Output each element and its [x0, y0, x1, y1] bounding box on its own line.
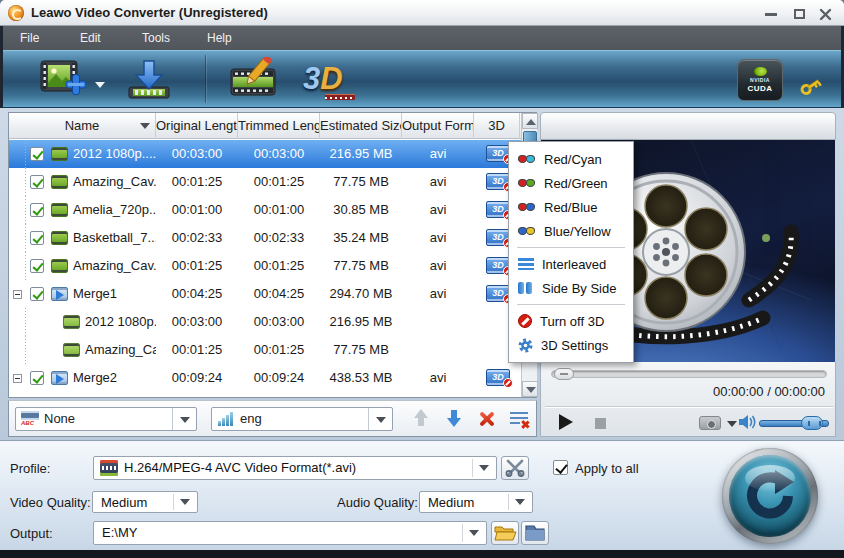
seek-handle[interactable]	[554, 368, 574, 380]
subtitle-select[interactable]: ABC None	[15, 407, 197, 431]
table-row[interactable]: Amazing_Cav... 00:01:25 00:01:25 77.75 M…	[9, 168, 521, 196]
edit-video-button[interactable]	[228, 57, 280, 107]
menu-tools[interactable]: Tools	[136, 26, 176, 50]
add-video-button[interactable]	[38, 57, 90, 107]
close-button[interactable]	[814, 6, 836, 22]
table-row[interactable]: Amazing_Cav... 00:01:25 00:01:25 77.75 M…	[9, 252, 521, 280]
play-button[interactable]	[559, 414, 573, 430]
menu-edit[interactable]: Edit	[74, 26, 107, 50]
maximize-button[interactable]	[788, 6, 810, 22]
file-name: 2012 1080p....	[73, 140, 156, 168]
glasses-red-cyan-icon	[518, 154, 536, 164]
volume-icon[interactable]	[738, 414, 756, 430]
scroll-up-button[interactable]	[522, 113, 538, 129]
audio-quality-select[interactable]: Medium	[419, 491, 533, 513]
3d-mode-icon[interactable]: 3D	[486, 257, 510, 274]
profile-label: Profile:	[10, 461, 50, 476]
table-row[interactable]: Amazing_Cav... 00:01:25 00:01:25 77.75 M…	[9, 336, 521, 364]
expand-toggle[interactable]	[13, 374, 22, 383]
menu-item-red-cyan[interactable]: Red/Cyan	[509, 147, 633, 171]
merge-clip-icon	[51, 371, 68, 385]
output-path-select[interactable]: E:\MY	[93, 521, 487, 545]
scroll-down-button[interactable]	[522, 381, 538, 397]
row-checkbox[interactable]	[30, 147, 44, 161]
video-quality-value: Medium	[101, 492, 147, 514]
3d-mode-icon[interactable]: 3D	[486, 369, 510, 386]
audio-quality-caret[interactable]	[508, 494, 530, 510]
audio-dropdown-caret[interactable]	[368, 408, 392, 430]
window-bottom-edge	[0, 550, 844, 558]
snapshot-dropdown-caret[interactable]	[727, 421, 737, 427]
row-checkbox[interactable]	[30, 203, 44, 217]
browse-folder-button[interactable]	[521, 521, 549, 545]
menu-item-side-by-side[interactable]: Side By Side	[509, 276, 633, 300]
toolbar: 3D NVIDIA CUDA	[0, 50, 844, 108]
table-row[interactable]: Merge2 00:09:24 00:09:24 438.53 MB avi 3…	[9, 364, 521, 392]
menu-item-blue-yellow[interactable]: Blue/Yellow	[509, 219, 633, 243]
minimize-button[interactable]	[760, 6, 782, 22]
row-checkbox[interactable]	[30, 231, 44, 245]
3d-movie-button[interactable]: 3D	[303, 60, 357, 100]
column-header-name[interactable]: Name	[9, 113, 156, 139]
open-output-folder-button[interactable]	[491, 521, 519, 545]
menu-item-3d-settings[interactable]: 3D Settings	[509, 333, 633, 357]
output-dropdown-caret[interactable]	[462, 524, 484, 542]
3d-mode-icon[interactable]: 3D	[486, 173, 510, 190]
table-row[interactable]: Amelia_720p... 00:01:00 00:01:00 30.85 M…	[9, 196, 521, 224]
scroll-down-icon	[526, 387, 536, 393]
playback-time: 00:00:00 / 00:00:00	[713, 384, 825, 399]
profile-select[interactable]: H.264/MPEG-4 AVC Video Format(*.avi)	[93, 456, 497, 480]
expand-toggle[interactable]	[13, 290, 22, 299]
output-settings-panel: Profile: H.264/MPEG-4 AVC Video Format(*…	[0, 440, 844, 550]
register-key-button[interactable]	[799, 75, 823, 101]
column-header-output-format[interactable]: Output Format	[402, 113, 474, 139]
video-quality-label: Video Quality:	[10, 495, 91, 510]
video-quality-caret[interactable]	[173, 494, 195, 510]
menu-item-red-blue[interactable]: Red/Blue	[509, 195, 633, 219]
table-row[interactable]: 2012 1080p.... 00:03:00 00:03:00 216.95 …	[9, 140, 521, 168]
volume-handle[interactable]	[801, 416, 823, 430]
move-up-button[interactable]	[409, 408, 433, 430]
table-row[interactable]: Basketball_7... 00:02:33 00:02:33 35.24 …	[9, 224, 521, 252]
column-header-trimmed-length[interactable]: Trimmed Length	[238, 113, 320, 139]
audio-track-icon	[218, 412, 234, 426]
column-header-estimated-size[interactable]: Estimated Size	[320, 113, 402, 139]
menu-item-red-green[interactable]: Red/Green	[509, 171, 633, 195]
table-row[interactable]: Merge1 00:04:25 00:04:25 294.70 MB avi 3…	[9, 280, 521, 308]
seek-bar[interactable]	[551, 370, 827, 378]
table-row[interactable]: 2012 1080p.... 00:03:00 00:03:00 216.95 …	[9, 308, 521, 336]
video-quality-select[interactable]: Medium	[92, 491, 198, 513]
apply-to-all-checkbox[interactable]	[553, 460, 568, 475]
audio-quality-label: Audio Quality:	[337, 495, 418, 510]
clear-list-button[interactable]	[508, 408, 532, 430]
menu-item-turn-off-3d[interactable]: Turn off 3D	[509, 309, 633, 333]
column-header-3d[interactable]: 3D	[474, 113, 520, 139]
file-list-table: Name Original Length Trimmed Length Esti…	[8, 112, 537, 398]
3d-mode-icon[interactable]: 3D	[486, 201, 510, 218]
add-video-dropdown-caret[interactable]	[95, 82, 105, 88]
row-checkbox[interactable]	[30, 175, 44, 189]
download-button[interactable]	[125, 57, 173, 107]
3d-mode-icon[interactable]: 3D	[486, 145, 510, 162]
subtitle-dropdown-caret[interactable]	[172, 408, 196, 430]
edit-profile-button[interactable]	[501, 456, 529, 480]
menu-item-interleaved[interactable]: Interleaved	[509, 252, 633, 276]
3d-logo-part1: 3	[303, 61, 320, 96]
convert-button[interactable]	[722, 448, 818, 544]
column-header-original-length[interactable]: Original Length	[156, 113, 238, 139]
3d-mode-icon[interactable]: 3D	[486, 229, 510, 246]
row-checkbox[interactable]	[30, 371, 44, 385]
audio-track-select[interactable]: eng	[211, 407, 393, 431]
row-checkbox[interactable]	[30, 259, 44, 273]
3d-mode-icon[interactable]: 3D	[486, 285, 510, 302]
move-down-button[interactable]	[442, 408, 466, 430]
preview-header	[540, 112, 836, 140]
close-icon	[819, 8, 832, 21]
menu-file[interactable]: File	[14, 26, 45, 50]
row-checkbox[interactable]	[30, 287, 44, 301]
menu-help[interactable]: Help	[201, 26, 238, 50]
stop-button[interactable]	[595, 418, 606, 429]
remove-file-button[interactable]	[475, 408, 499, 430]
profile-dropdown-caret[interactable]	[472, 459, 494, 477]
snapshot-button[interactable]	[699, 416, 721, 430]
